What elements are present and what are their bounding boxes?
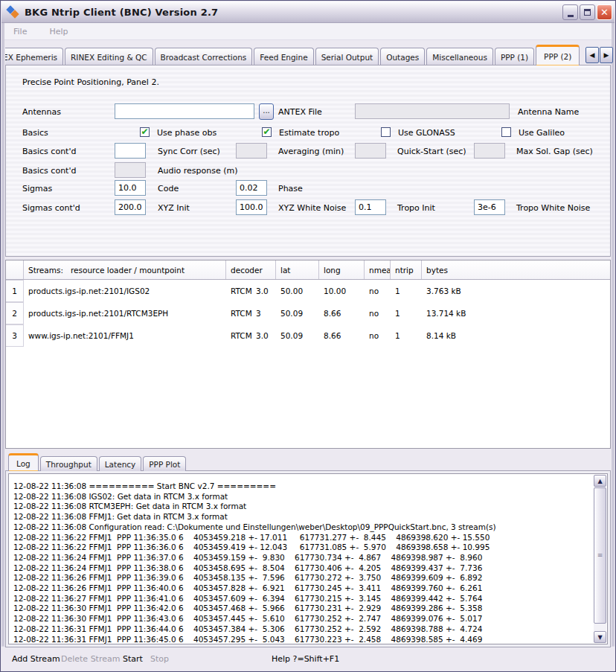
basics-label: Basics [22, 128, 48, 138]
arrow-left-icon: ◀ [590, 51, 595, 59]
sigmas-contd-label: Sigmas cont'd [22, 203, 80, 213]
antennas-input[interactable] [115, 103, 254, 119]
sigma-phase-input[interactable] [236, 180, 267, 196]
close-icon: ✕ [600, 7, 609, 17]
tab-latency[interactable]: Latency [99, 456, 142, 471]
delete-stream-button: Delete Stream [61, 654, 120, 664]
tropo-white-noise-input[interactable] [474, 199, 505, 215]
tab-ppp-plot[interactable]: PPP Plot [143, 456, 186, 471]
log-line: 12-08-22 11:36:22 FFMJ1 PPP 11:36:35.0 6… [13, 533, 607, 543]
basics-contd2-label: Basics cont'd [22, 166, 76, 176]
header-ntrip[interactable]: ntrip [391, 260, 422, 279]
add-stream-button[interactable]: Add Stream [12, 654, 60, 664]
scroll-down-button[interactable]: ▼ [594, 631, 606, 643]
tab-outages[interactable]: Outages [380, 48, 425, 65]
streams-table: Streams: resource loader / mountpoint de… [5, 260, 611, 449]
check-icon: ✔ [141, 128, 148, 135]
max-sol-gap-input [474, 143, 505, 159]
tab-ppp-2[interactable]: PPP (2) [536, 45, 580, 65]
arrow-up-icon: ▲ [597, 478, 602, 484]
stop-button: Stop [150, 654, 169, 664]
header-nmea[interactable]: nmea [365, 260, 391, 279]
tab-rinex-editing-qc[interactable]: RINEX Editing & QC [65, 48, 153, 65]
tab-feed-engine[interactable]: Feed Engine [254, 48, 313, 65]
window-frame-left [1, 23, 4, 671]
stream-ntrip: 1 [391, 331, 422, 340]
antex-file-label: ANTEX File [278, 107, 322, 117]
quick-start-input [355, 143, 386, 159]
log-line: 12-08-22 11:36:30 FFMJ1 PPP 11:36:43.0 6… [13, 614, 607, 624]
tab-broadcast-corrections[interactable]: Broadcast Corrections [155, 48, 253, 65]
xyz-init-input[interactable] [115, 199, 146, 215]
use-glonass-checkbox[interactable]: ✔ [381, 127, 391, 137]
window-title: BKG Ntrip Client (BNC) Version 2.7 [25, 7, 218, 18]
stream-nmea: no [365, 287, 391, 295]
main-tab-bar: IEX Ephemeris RINEX Editing & QC Broadca… [5, 45, 585, 65]
tab-scroll-buttons: ◀ ▶ [585, 47, 613, 63]
antex-browse-button[interactable]: ... [259, 103, 274, 120]
tab-scroll-right-button[interactable]: ▶ [600, 47, 613, 63]
stream-long: 10.00 [319, 287, 365, 295]
log-panel: 12-08-22 11:36:08 ========== Start BNC v… [5, 470, 611, 647]
log-output[interactable]: 12-08-22 11:36:08 ========== Start BNC v… [8, 473, 608, 644]
header-bytes[interactable]: bytes [422, 260, 610, 279]
sync-corr-label: Sync Corr (sec) [158, 147, 220, 156]
tab-log[interactable]: Log [8, 453, 39, 471]
tab-rinex-ephemeris[interactable]: IEX Ephemeris [5, 48, 63, 65]
stream-row[interactable]: 3 www.igs-ip.net:2101/FFMJ1 RTCM_3.0 50.… [6, 324, 610, 347]
stream-row[interactable]: 2 products.igs-ip.net:2101/RTCM3EPH RTCM… [6, 302, 610, 324]
panel-title: Precise Point Positioning, Panel 2. [22, 77, 159, 87]
tab-throughput[interactable]: Throughput [40, 456, 97, 471]
stream-bytes: 13.714 kB [422, 309, 610, 318]
menu-file[interactable]: File [10, 25, 30, 38]
tropo-init-label: Tropo Init [397, 203, 435, 213]
estimate-tropo-checkbox[interactable]: ✔ [262, 127, 272, 137]
log-line: 12-08-22 11:36:30 FFMJ1 PPP 11:36:42.0 6… [13, 604, 607, 614]
stream-decoder: RTCM_3 [226, 309, 276, 318]
max-sol-gap-label: Max Sol. Gap (sec) [516, 147, 593, 156]
stream-bytes: 3.763 kB [422, 287, 610, 295]
header-decoder[interactable]: decoder [226, 260, 276, 279]
stream-mountpoint: www.igs-ip.net:2101/FFMJ1 [24, 331, 226, 340]
header-long[interactable]: long [319, 260, 365, 279]
scroll-up-button[interactable]: ▲ [594, 475, 606, 487]
menu-help[interactable]: Help [46, 25, 71, 38]
scrollbar-thumb[interactable]: ≡ [594, 487, 606, 624]
tab-ppp-1[interactable]: PPP (1) [495, 48, 534, 65]
log-scrollbar[interactable]: ▲ ≡ ▼ [594, 475, 606, 643]
use-galileo-checkbox[interactable]: ✔ [501, 127, 511, 137]
log-line: 12-08-22 11:36:31 FFMJ1 PPP 11:36:45.0 6… [13, 635, 607, 644]
tropo-white-noise-label: Tropo White Noise [516, 203, 590, 213]
streams-table-header: Streams: resource loader / mountpoint de… [6, 260, 610, 280]
log-line: 12-08-22 11:36:26 FFMJ1 PPP 11:36:39.0 6… [13, 573, 607, 583]
stream-nmea: no [365, 309, 391, 318]
maximize-button[interactable] [580, 4, 595, 20]
stream-row[interactable]: 1 products.igs-ip.net:2101/IGS02 RTCM_3.… [6, 280, 610, 302]
stream-lat: 50.09 [276, 331, 319, 340]
tab-scroll-left-button[interactable]: ◀ [585, 47, 599, 63]
averaging-label: Averaging (min) [278, 147, 344, 156]
log-line: 12-08-22 11:36:26 FFMJ1 PPP 11:36:40.0 6… [13, 583, 607, 594]
title-bar: BKG Ntrip Client (BNC) Version 2.7 ✕ [1, 1, 615, 23]
xyz-white-noise-input[interactable] [236, 199, 267, 215]
sync-corr-input[interactable] [115, 143, 146, 159]
stream-long: 8.66 [319, 309, 365, 318]
log-line: 12-08-22 11:36:27 FFMJ1 PPP 11:36:41.0 6… [13, 594, 607, 604]
minimize-button[interactable] [562, 4, 578, 20]
tab-miscellaneous[interactable]: Miscellaneous [426, 48, 493, 65]
close-button[interactable]: ✕ [597, 4, 612, 20]
sigma-code-input[interactable] [115, 180, 146, 196]
maximize-icon [584, 9, 591, 16]
sigmas-label: Sigmas [22, 184, 52, 193]
log-line: 12-08-22 11:36:08 IGS02: Get data in RTC… [13, 492, 607, 502]
arrow-right-icon: ▶ [604, 51, 609, 59]
tropo-init-input[interactable] [355, 199, 386, 215]
header-lat[interactable]: lat [276, 260, 319, 279]
log-lines: 12-08-22 11:36:08 ========== Start BNC v… [9, 474, 607, 644]
start-button[interactable]: Start [123, 654, 143, 664]
xyz-white-noise-label: XYZ White Noise [278, 203, 346, 213]
use-phase-obs-checkbox[interactable]: ✔ [140, 127, 150, 137]
tab-serial-output[interactable]: Serial Output [315, 48, 379, 65]
sigma-phase-label: Phase [278, 184, 303, 193]
header-mountpoint[interactable]: Streams: resource loader / mountpoint [24, 260, 226, 279]
